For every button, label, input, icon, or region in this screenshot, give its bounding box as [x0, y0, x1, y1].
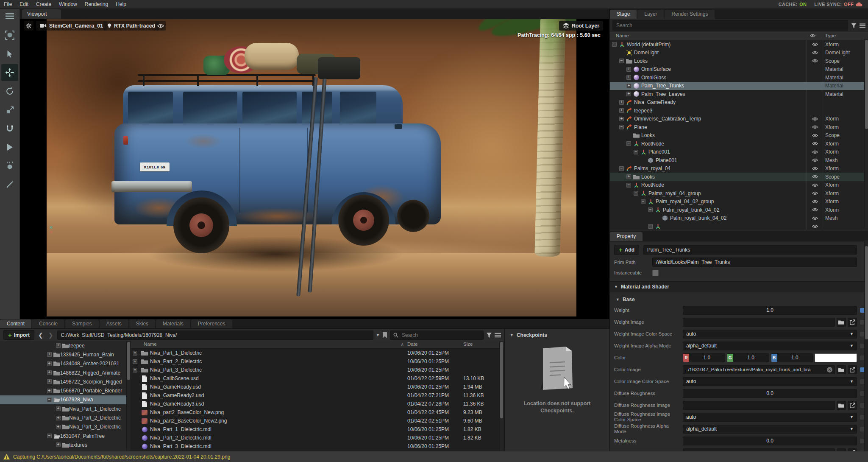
menu-rendering[interactable]: Rendering — [81, 1, 112, 7]
expander-expand-icon[interactable]: + — [56, 416, 61, 420]
expander-expand-icon[interactable]: + — [619, 117, 624, 121]
file-row[interactable]: Niva_CalibScene.usd01/04/22 02:59PM13.10… — [131, 374, 504, 383]
tab-layer[interactable]: Layer — [637, 10, 664, 19]
visibility-eye-icon[interactable] — [808, 117, 822, 121]
color-channel-r[interactable]: R1.0 — [683, 353, 725, 362]
stage-row[interactable]: −World (defaultPrim)Xform — [610, 40, 868, 49]
options-menu-icon[interactable] — [495, 333, 501, 338]
open-external-icon[interactable] — [848, 318, 857, 327]
expander-collapse-icon[interactable]: − — [626, 141, 631, 146]
column-type[interactable]: Type — [825, 33, 836, 38]
tab-stage[interactable]: Stage — [610, 10, 637, 19]
folder-tree-item[interactable]: −1631047_PalmTree — [0, 431, 131, 440]
stage-row[interactable]: +LooksScope — [610, 173, 868, 181]
visibility-eye-icon[interactable] — [808, 224, 822, 228]
dropdown-field[interactable]: alpha_default▼ — [683, 342, 857, 350]
tool-rotate-button[interactable] — [1, 83, 18, 100]
visibility-eye-icon[interactable] — [808, 125, 822, 129]
visibility-eye-icon[interactable] — [808, 59, 822, 63]
expander-expand-icon[interactable]: + — [133, 359, 137, 364]
menu-window[interactable]: Window — [55, 1, 81, 7]
expander-collapse-icon[interactable]: − — [619, 125, 624, 129]
stage-row[interactable]: −Palms_royal_04Xform — [610, 165, 868, 173]
expander-expand-icon[interactable]: + — [133, 368, 137, 372]
tool-move-button[interactable] — [1, 64, 18, 81]
file-row[interactable]: Niva_Part_1_Dielectric.mdl10/06/20 01:25… — [131, 425, 504, 434]
folder-tree-item[interactable]: +1498722_Scorpion_Rigged — [0, 377, 131, 386]
column-visibility-eye-icon[interactable] — [810, 34, 815, 37]
dropdown-field[interactable]: auto▼ — [683, 377, 857, 386]
tool-play-button[interactable] — [1, 139, 18, 156]
tool-snap-button[interactable] — [1, 120, 18, 137]
expander-collapse-icon[interactable]: − — [47, 398, 52, 402]
visibility-eye-icon[interactable] — [808, 158, 822, 162]
stage-row[interactable]: −Palm_royal_trunk_04_02Xform — [610, 206, 868, 214]
visibility-eye-icon[interactable] — [808, 216, 822, 220]
stage-row[interactable]: +teepee3 — [610, 106, 868, 115]
stage-row[interactable]: Plane001Mesh — [610, 156, 868, 165]
browse-folder-icon[interactable] — [837, 401, 846, 410]
file-path-field[interactable]: ../1631047_PalmTree/textures/Palm_royal_… — [683, 365, 835, 374]
section-material-and-shader[interactable]: ▼ Material and Shader — [610, 281, 868, 292]
path-dropdown-icon[interactable]: ▼ — [376, 333, 380, 337]
visibility-eye-icon[interactable] — [808, 183, 822, 187]
file-row[interactable]: +Niva_Part_2_Dielectric10/06/20 01:25PM — [131, 357, 504, 366]
folder-tree-item[interactable]: +Niva_Part_2_Dielectric — [0, 413, 131, 422]
visibility-eye-icon[interactable] — [808, 42, 822, 46]
folder-tree-item[interactable]: +textures — [0, 440, 131, 449]
root-layer-button[interactable]: Root Layer — [559, 21, 603, 31]
stage-row[interactable]: −LooksScope — [610, 57, 868, 65]
viewport-canvas[interactable]: К101ЕК 69 ✕✕ StemCell_Camera_01 — [20, 19, 609, 319]
expander-collapse-icon[interactable]: − — [634, 191, 638, 196]
dropdown-field[interactable]: auto▼ — [683, 330, 857, 339]
expander-collapse-icon[interactable]: − — [626, 183, 631, 188]
visibility-eye-icon[interactable] — [808, 142, 822, 146]
file-row[interactable]: +Niva_Part_1_Dielectric10/06/20 01:25PM — [131, 349, 504, 357]
menu-help[interactable]: Help — [112, 1, 130, 7]
property-scrollbar[interactable] — [864, 240, 868, 451]
stage-row[interactable]: +Niva_GameReady — [610, 98, 868, 107]
number-field[interactable]: 1.0 — [683, 306, 857, 315]
content-search-box[interactable] — [390, 330, 484, 340]
tab-content[interactable]: Content — [0, 319, 31, 328]
expander-expand-icon[interactable]: + — [47, 379, 52, 384]
expander-expand-icon[interactable]: + — [619, 100, 624, 105]
expander-collapse-icon[interactable]: − — [47, 434, 52, 438]
menu-edit[interactable]: Edit — [16, 1, 32, 7]
file-row[interactable]: Niva_GameReady2.usd01/04/22 07:21PM11.36… — [131, 391, 504, 400]
tab-render-settings[interactable]: Render Settings — [665, 10, 715, 19]
prim-name-field[interactable] — [643, 245, 857, 255]
path-field[interactable] — [57, 330, 374, 340]
folder-tree-item[interactable]: +1339425_Human_Brain — [0, 350, 131, 359]
tab-materials[interactable]: Materials — [156, 319, 190, 328]
open-external-icon[interactable] — [848, 365, 857, 374]
expander-collapse-icon[interactable]: − — [641, 199, 645, 204]
back-button[interactable]: ❮ — [37, 332, 45, 339]
file-column-date[interactable]: Date — [407, 342, 417, 347]
stage-row[interactable]: Palm_royal_trunk_04_02Mesh — [610, 214, 868, 223]
file-column-name[interactable]: Name — [144, 342, 157, 347]
content-search-input[interactable] — [401, 332, 480, 339]
expander-expand-icon[interactable]: + — [47, 370, 52, 375]
expander-expand-icon[interactable]: + — [626, 92, 631, 96]
color-channel-g[interactable]: G1.0 — [727, 353, 769, 362]
file-row[interactable]: +Niva_Part_3_Dielectric10/06/20 01:25PM — [131, 366, 504, 374]
folder-tree-item[interactable]: +1486822_Rigged_Animate — [0, 368, 131, 377]
folder-tree-item[interactable]: +1434048_Archer-2021031 — [0, 359, 131, 368]
browse-folder-icon[interactable] — [837, 318, 846, 327]
folder-tree-item[interactable]: +Niva_Part_1_Dielectric — [0, 404, 131, 413]
dropdown-field[interactable]: auto▼ — [683, 413, 857, 422]
file-row[interactable]: Niva_Part_3_Dielectric.mdl10/06/20 01:25… — [131, 442, 504, 451]
clear-icon[interactable]: ✕ — [827, 367, 832, 372]
file-row[interactable]: Niva_part2_BaseColor_New.png01/04/22 02:… — [131, 408, 504, 417]
stage-row[interactable]: +Omniverse_Calibration_TempXform — [610, 115, 868, 123]
checkpoints-header[interactable]: ▼ Checkpoints — [505, 329, 609, 338]
visibility-toggle-button[interactable] — [156, 21, 166, 31]
folder-tree-item[interactable]: +Niva_Part_3_Dielectric — [0, 423, 131, 431]
visibility-eye-icon[interactable] — [808, 191, 822, 195]
instanceable-checkbox[interactable] — [652, 270, 659, 276]
filter-icon[interactable] — [851, 23, 857, 28]
prim-path-field[interactable] — [652, 258, 857, 267]
tool-cursor-button[interactable] — [1, 45, 18, 62]
tab-skies[interactable]: Skies — [129, 319, 155, 328]
